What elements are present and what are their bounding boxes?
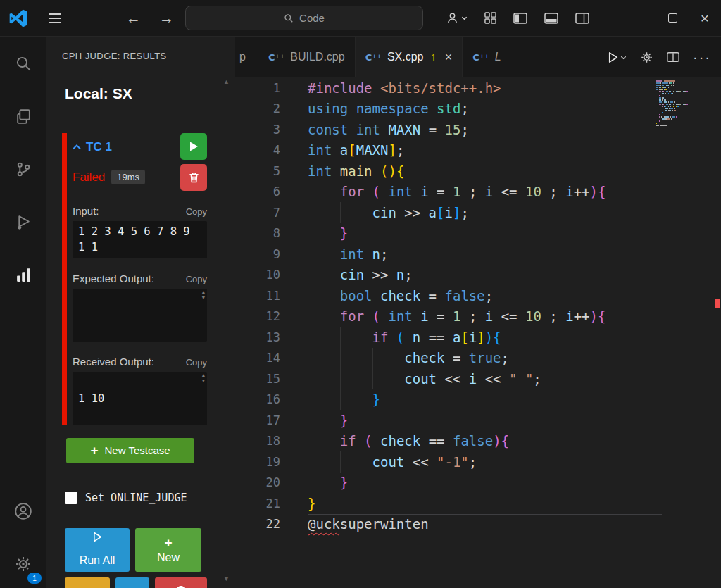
search-text: Code bbox=[299, 12, 325, 24]
code-area[interactable]: 1#include <bits/stdc++.h>2using namespac… bbox=[235, 77, 721, 588]
copy-input-button[interactable]: Copy bbox=[186, 206, 207, 217]
cpp-file-icon: C⁺⁺ bbox=[472, 52, 489, 63]
code-line[interactable]: 11bool check = false; bbox=[235, 285, 721, 306]
received-output-label: Received Output: bbox=[73, 356, 154, 368]
toggle-secondary-sidebar-icon[interactable] bbox=[575, 13, 589, 24]
accounts-icon[interactable] bbox=[446, 11, 468, 25]
stop-button[interactable]: Stop bbox=[65, 577, 110, 588]
tab-build-cpp[interactable]: C⁺⁺ BUILD.cpp bbox=[258, 37, 356, 77]
tab-partial[interactable]: p bbox=[235, 37, 258, 77]
code-line[interactable]: 16} bbox=[235, 389, 721, 411]
received-output-box[interactable]: 1 10 ▲▼ bbox=[73, 372, 207, 425]
input-label: Input: bbox=[73, 205, 99, 217]
code-line[interactable]: 1#include <bits/stdc++.h> bbox=[235, 77, 721, 99]
code-line[interactable]: 20} bbox=[235, 473, 721, 494]
source-control-icon[interactable] bbox=[6, 152, 40, 186]
settings-gear-icon[interactable] bbox=[640, 51, 653, 64]
new-testcase-button[interactable]: + New Testcase bbox=[66, 438, 194, 463]
accounts-icon[interactable] bbox=[6, 494, 40, 528]
code-line[interactable]: 3const int MAXN = 15; bbox=[235, 119, 721, 140]
menu-icon[interactable] bbox=[49, 13, 61, 23]
plus-icon: + bbox=[164, 536, 172, 549]
toggle-primary-sidebar-icon[interactable] bbox=[513, 13, 527, 24]
testcase-block: TC 1 Failed 19ms Input: Copy 1 2 3 4 5 6… bbox=[62, 133, 207, 425]
copy-expected-button[interactable]: Copy bbox=[186, 274, 207, 284]
cpp-file-icon: C⁺⁺ bbox=[268, 52, 284, 63]
testcase-name: TC 1 bbox=[86, 140, 112, 154]
run-icon bbox=[607, 51, 619, 63]
tab-sx-cpp[interactable]: C⁺⁺ SX.cpp 1 × bbox=[356, 37, 463, 77]
resize-stepper-icon[interactable]: ▲▼ bbox=[202, 373, 205, 384]
close-button[interactable]: × bbox=[689, 0, 721, 37]
split-editor-icon[interactable] bbox=[667, 51, 679, 63]
delete-testcase-button[interactable] bbox=[180, 164, 207, 191]
code-line[interactable]: 17} bbox=[235, 410, 721, 431]
testcase-toggle[interactable]: TC 1 bbox=[73, 140, 112, 154]
expected-output-textarea[interactable]: ▲▼ bbox=[73, 289, 207, 342]
forward-arrow-icon[interactable]: → bbox=[159, 11, 174, 25]
cpp-file-icon: C⁺⁺ bbox=[365, 52, 382, 63]
chevron-up-icon bbox=[73, 144, 81, 150]
code-line[interactable]: 4int a[MAXN]; bbox=[235, 140, 721, 161]
expected-output-label: Expected Output: bbox=[73, 273, 154, 284]
maximize-button[interactable] bbox=[656, 0, 689, 37]
cph-judge-icon[interactable] bbox=[6, 258, 40, 292]
delete-button[interactable]: Delete bbox=[155, 577, 207, 588]
trash-icon bbox=[176, 585, 186, 588]
code-line[interactable]: 9int n; bbox=[235, 244, 721, 265]
code-line[interactable]: 10cin >> n; bbox=[235, 265, 721, 286]
online-judge-label: Set ONLINE_JUDGE bbox=[85, 492, 187, 504]
resize-stepper-icon[interactable]: ▲▼ bbox=[202, 290, 205, 301]
code-line[interactable]: 22@ucksuperwinten bbox=[235, 514, 721, 535]
cph-results-panel: CPH JUDGE: RESULTS Local: SX TC 1 Failed… bbox=[46, 37, 235, 588]
panel-title: CPH JUDGE: RESULTS bbox=[62, 51, 207, 61]
code-line[interactable]: 6for ( int i = 1 ; i <= 10 ; i++){ bbox=[235, 182, 721, 203]
run-icon bbox=[92, 532, 103, 542]
close-tab-icon[interactable]: × bbox=[445, 51, 453, 63]
code-line[interactable]: 5int main (){ bbox=[235, 161, 721, 182]
code-line[interactable]: 8} bbox=[235, 223, 721, 244]
run-testcase-button[interactable] bbox=[180, 133, 207, 160]
sidebar-scroll-down[interactable]: ▼ bbox=[223, 576, 230, 582]
code-line[interactable]: 12for ( int i = 1 ; i <= 10 ; i++){ bbox=[235, 306, 721, 327]
code-line[interactable]: 21} bbox=[235, 493, 721, 514]
page-title: Local: SX bbox=[65, 85, 207, 102]
code-line[interactable]: 13if ( n == a[i]){ bbox=[235, 327, 721, 348]
editor-tab-bar: p C⁺⁺ BUILD.cpp C⁺⁺ SX.cpp 1 × C⁺⁺ L ··· bbox=[235, 37, 721, 77]
runtime-badge: 19ms bbox=[111, 170, 145, 184]
run-code-button[interactable] bbox=[607, 51, 627, 63]
trash-icon bbox=[189, 172, 199, 183]
more-actions-icon[interactable]: ··· bbox=[693, 50, 711, 64]
online-judge-checkbox[interactable] bbox=[65, 492, 77, 504]
explorer-icon[interactable] bbox=[6, 99, 40, 133]
status-badge: Failed bbox=[73, 170, 105, 184]
code-line[interactable]: 18if ( check == false){ bbox=[235, 431, 721, 452]
customize-layout-icon[interactable] bbox=[484, 12, 496, 24]
play-icon bbox=[188, 141, 199, 152]
toggle-panel-icon[interactable] bbox=[544, 13, 558, 24]
code-line[interactable]: 7cin >> a[i]; bbox=[235, 202, 721, 223]
run-all-button[interactable]: Run All bbox=[65, 528, 130, 572]
search-icon[interactable] bbox=[6, 46, 40, 80]
run-debug-icon[interactable] bbox=[6, 205, 40, 239]
problems-badge: 1 bbox=[431, 51, 437, 63]
plus-icon: + bbox=[90, 444, 98, 457]
tab-preview[interactable]: C⁺⁺ L bbox=[463, 37, 523, 77]
command-center-search[interactable]: Code bbox=[185, 6, 423, 30]
input-textarea[interactable]: 1 2 3 4 5 6 7 8 9 1 1 bbox=[73, 221, 207, 258]
vscode-logo-icon bbox=[9, 9, 27, 27]
titlebar: ← → Code × bbox=[0, 0, 721, 37]
new-button[interactable]: + New bbox=[135, 528, 201, 572]
info-button[interactable] bbox=[115, 577, 149, 588]
minimize-button[interactable] bbox=[624, 0, 656, 37]
settings-gear-icon[interactable]: 1 bbox=[6, 547, 40, 581]
sidebar-scroll-up[interactable]: ▲ bbox=[223, 79, 230, 85]
code-line[interactable]: 2using namespace std; bbox=[235, 99, 721, 120]
code-line[interactable]: 15cout << i << " "; bbox=[235, 368, 721, 389]
minimap[interactable] bbox=[656, 80, 713, 127]
code-line[interactable]: 14check = true; bbox=[235, 348, 721, 369]
copy-received-button[interactable]: Copy bbox=[186, 357, 207, 368]
code-line[interactable]: 19cout << "-1"; bbox=[235, 451, 721, 473]
settings-badge: 1 bbox=[27, 573, 42, 584]
back-arrow-icon[interactable]: ← bbox=[126, 11, 141, 25]
